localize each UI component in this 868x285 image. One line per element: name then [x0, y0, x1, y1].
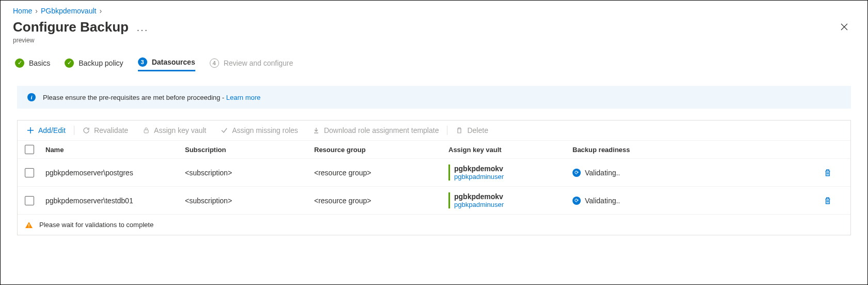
tab-basics[interactable]: ✓ Basics: [15, 58, 50, 71]
warning-icon: [25, 221, 33, 229]
learn-more-link[interactable]: Learn more: [226, 94, 260, 101]
select-all-checkbox[interactable]: [25, 145, 34, 154]
tab-datasources[interactable]: 3 Datasources: [138, 57, 195, 71]
validation-message: Please wait for validations to complete: [18, 214, 850, 235]
plus-icon: [27, 127, 34, 134]
revalidate-button[interactable]: Revalidate: [75, 126, 135, 134]
more-actions-button[interactable]: ···: [137, 24, 149, 35]
cell-key-vault-user[interactable]: pgbkpadminuser: [454, 173, 572, 181]
tab-policy-label: Backup policy: [79, 59, 123, 67]
delete-row-button[interactable]: [824, 197, 832, 205]
breadcrumb-home[interactable]: Home: [13, 7, 32, 15]
check-icon: ✓: [65, 58, 74, 68]
row-checkbox[interactable]: [25, 168, 34, 177]
page-subtitle: preview: [13, 37, 838, 44]
chevron-right-icon: ›: [35, 7, 38, 15]
cell-readiness: Validating..: [585, 169, 620, 177]
column-name[interactable]: Name: [45, 146, 185, 154]
table-row: pgbkpdemoserver\testdb01 <subscription> …: [18, 186, 850, 214]
column-key-vault[interactable]: Assign key vault: [448, 146, 572, 154]
info-banner: i Please ensure the pre-requisites are m…: [17, 86, 851, 109]
delete-button[interactable]: Delete: [448, 126, 495, 134]
close-icon: [841, 23, 848, 31]
separator: [447, 126, 447, 135]
trash-icon: [824, 169, 832, 177]
sync-icon: ⟳: [572, 197, 581, 205]
svg-rect-0: [144, 130, 148, 133]
lock-icon: [143, 127, 150, 134]
cell-name: pgbkpdemoserver\testdb01: [45, 197, 185, 205]
datasources-panel: Add/Edit Revalidate Assign key vault Ass…: [17, 120, 851, 235]
table-header: Name Subscription Resource group Assign …: [18, 140, 850, 158]
svg-rect-2: [28, 227, 29, 227]
cell-subscription: <subscription>: [185, 169, 314, 177]
datasources-toolbar: Add/Edit Revalidate Assign key vault Ass…: [18, 121, 850, 140]
tab-review-label: Review and configure: [224, 59, 293, 67]
column-resource-group[interactable]: Resource group: [314, 146, 448, 154]
cell-resource-group: <resource group>: [314, 197, 448, 205]
tab-basics-label: Basics: [29, 59, 50, 67]
validation-text: Please wait for validations to complete: [39, 221, 153, 229]
cell-readiness: Validating..: [585, 197, 620, 205]
info-icon: i: [27, 93, 36, 101]
refresh-icon: [83, 127, 90, 134]
trash-icon: [456, 127, 463, 134]
cell-key-vault-name: pgbkpdemokv: [454, 164, 572, 173]
close-button[interactable]: [838, 20, 851, 34]
tab-review: 4 Review and configure: [210, 58, 293, 71]
cell-name: pgbkpdemoserver\postgres: [45, 169, 185, 177]
breadcrumb: Home › PGbkpdemovault ›: [1, 1, 867, 15]
cell-key-vault-name: pgbkpdemokv: [454, 192, 572, 201]
assign-missing-roles-button[interactable]: Assign missing roles: [213, 126, 305, 134]
check-icon: ✓: [15, 58, 24, 68]
cell-key-vault-user[interactable]: pgbkpadminuser: [454, 201, 572, 208]
row-checkbox[interactable]: [25, 196, 34, 205]
delete-row-button[interactable]: [824, 169, 832, 177]
download-template-button[interactable]: Download role assignment template: [305, 126, 446, 134]
separator: [74, 126, 74, 135]
column-backup-readiness[interactable]: Backup readiness: [572, 146, 812, 154]
tab-backup-policy[interactable]: ✓ Backup policy: [65, 58, 123, 71]
step-number-icon: 4: [210, 58, 219, 68]
check-icon: [221, 127, 228, 134]
page-title: Configure Backup: [13, 19, 129, 35]
assign-key-vault-button[interactable]: Assign key vault: [135, 126, 213, 134]
cell-subscription: <subscription>: [185, 197, 314, 205]
wizard-tabs: ✓ Basics ✓ Backup policy 3 Datasources 4…: [1, 44, 867, 71]
svg-rect-1: [28, 224, 29, 226]
tab-datasources-label: Datasources: [152, 58, 195, 66]
column-subscription[interactable]: Subscription: [185, 146, 314, 154]
add-edit-button[interactable]: Add/Edit: [25, 126, 73, 134]
table-row: pgbkpdemoserver\postgres <subscription> …: [18, 158, 850, 186]
cell-resource-group: <resource group>: [314, 169, 448, 177]
sync-icon: ⟳: [572, 169, 581, 177]
trash-icon: [824, 197, 832, 205]
step-number-icon: 3: [138, 57, 147, 67]
download-icon: [313, 127, 320, 134]
info-text: Please ensure the pre-requisites are met…: [43, 94, 226, 101]
chevron-right-icon: ›: [99, 7, 102, 15]
breadcrumb-vault[interactable]: PGbkpdemovault: [41, 7, 96, 15]
